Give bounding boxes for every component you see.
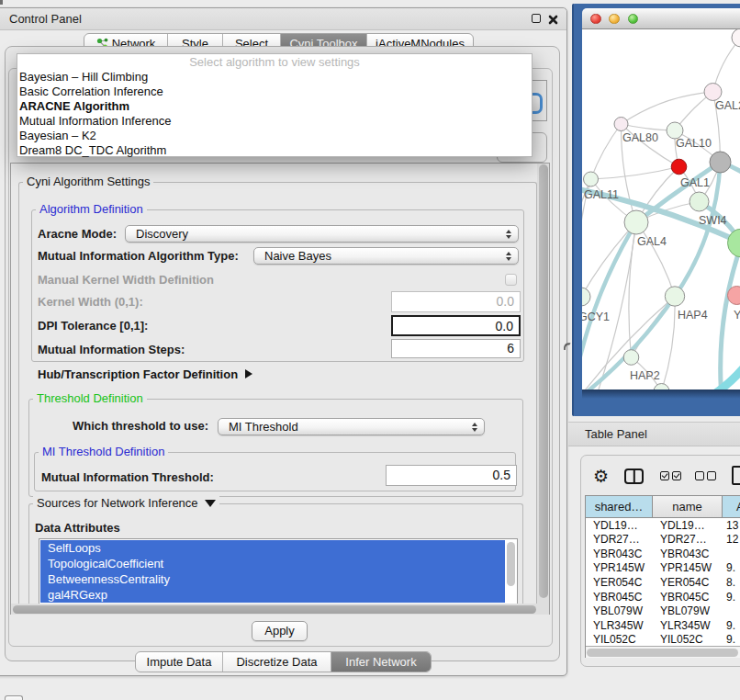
node-gray[interactable] xyxy=(710,152,731,173)
dropdown-item-bayesian-k2[interactable]: Bayesian – K2 xyxy=(17,129,532,143)
tab-discretize-data[interactable]: Discretize Data xyxy=(222,652,331,672)
field-5[interactable]: 6 xyxy=(391,339,521,358)
data-attributes-list[interactable]: SelfLoopsTopologicalCoefficientBetweenne… xyxy=(39,538,518,614)
table-row-0[interactable]: YDL19…YDL19…13 xyxy=(586,519,740,534)
combo-0[interactable]: Discovery xyxy=(125,225,519,243)
node-gal1[interactable] xyxy=(671,159,687,175)
edge-gal80-gal11[interactable] xyxy=(591,124,622,179)
vertical-scrollbar-thumb[interactable] xyxy=(539,164,548,598)
control-panel-title: Control Panel xyxy=(9,8,82,30)
cell: 8. xyxy=(723,576,740,591)
attribute-item-topologicalcoefficient[interactable]: TopologicalCoefficient xyxy=(40,556,505,571)
tab-impute-data[interactable]: Impute Data xyxy=(136,652,222,672)
group-title-algorithm-definition: Algorithm Definition xyxy=(36,202,147,217)
attributes-list-scrollbar[interactable] xyxy=(507,542,515,586)
table-row-2[interactable]: YBR043CYBR043C xyxy=(586,548,740,562)
node-hap4[interactable] xyxy=(665,286,684,305)
node-hap2[interactable] xyxy=(623,349,639,365)
attribute-item-selfloops[interactable]: SelfLoops xyxy=(40,540,505,556)
mi-threshold-field[interactable]: 0.5 xyxy=(386,465,517,486)
attribute-item-betweennesscentrality[interactable]: BetweennessCentrality xyxy=(40,571,505,587)
field-4[interactable]: 0.0 xyxy=(391,315,521,336)
dropdown-item-dream8-dc-tdc-algorithm[interactable]: Dream8 DC_TDC Algorithm xyxy=(17,143,532,158)
column-header-shared…[interactable]: shared… xyxy=(586,496,653,517)
gear-icon[interactable]: ⚙ xyxy=(593,468,609,485)
node-label-gal80: GAL80 xyxy=(622,131,658,144)
table-row-1[interactable]: YDR27…YDR27…12 xyxy=(586,533,740,548)
node-top-right[interactable] xyxy=(732,29,740,47)
column-header-Av[interactable]: Av xyxy=(723,496,740,517)
settings-vertical-scrollbar[interactable] xyxy=(537,164,549,614)
apply-button[interactable]: Apply xyxy=(252,621,308,641)
edge-gal4-hap4[interactable] xyxy=(636,222,675,297)
network-view-window: GAL2GAL80GAL10GAL1GAL11SWI4GAL4GCY1HAP4Y… xyxy=(572,4,740,416)
dropdown-item-mutual-information-inference[interactable]: Mutual Information Inference xyxy=(17,114,532,129)
table-panel-titlebar[interactable]: Table Panel xyxy=(568,422,740,446)
node-gal80[interactable] xyxy=(614,117,628,130)
node-gal4[interactable] xyxy=(624,210,648,234)
network-canvas[interactable]: GAL2GAL80GAL10GAL1GAL11SWI4GAL4GCY1HAP4Y… xyxy=(582,29,740,390)
close-icon[interactable] xyxy=(548,15,558,25)
combo-1[interactable]: Naive Bayes xyxy=(253,247,519,265)
select-all-columns-icon[interactable] xyxy=(660,471,681,480)
node-gal11[interactable] xyxy=(584,172,599,186)
split-view-icon[interactable] xyxy=(624,469,644,484)
dropdown-item-bayesian-hill-climbing[interactable]: Bayesian – Hill Climbing xyxy=(17,70,532,85)
which-threshold-combobox[interactable]: MI Threshold xyxy=(218,418,485,435)
cell: 9. xyxy=(723,591,740,605)
network-window-titlebar[interactable] xyxy=(582,8,740,29)
settings-content: Cyni Algorithm Settings Algorithm Defini… xyxy=(11,164,536,615)
table-row-5[interactable]: YBR045CYBR045C9. xyxy=(586,591,740,605)
cell: YER054C xyxy=(653,576,723,591)
sources-toggle[interactable]: Sources for Network Inference xyxy=(33,496,219,511)
edge-vC1-vC2[interactable] xyxy=(709,358,740,390)
table-row-6[interactable]: YBL079WYBL079W xyxy=(586,604,740,619)
hub-factor-definition-label: Hub/Transcription Factor Definition xyxy=(38,367,238,381)
cell: YDR27… xyxy=(586,533,653,548)
group-algorithm-definition: Algorithm Definition Aracne Mode:Discove… xyxy=(31,209,524,362)
node-swi4[interactable] xyxy=(690,192,709,211)
which-threshold-value: MI Threshold xyxy=(229,419,298,435)
cell: 9. xyxy=(723,619,740,634)
float-window-icon[interactable] xyxy=(532,14,541,23)
manual-kernel-width-checkbox[interactable] xyxy=(505,274,517,286)
table-row-4[interactable]: YER054CYER054C8. xyxy=(586,576,740,591)
table-row-7[interactable]: YLR345WYLR345W9. xyxy=(586,619,740,634)
zoom-traffic-light[interactable] xyxy=(628,14,639,25)
control-panel-titlebar[interactable]: Control Panel xyxy=(0,8,566,30)
window-frame-edge xyxy=(572,4,574,416)
desktop: { "control_panel": { "title": "Control P… xyxy=(0,0,740,700)
combo-arrows-icon xyxy=(506,230,511,239)
attribute-item-gal4rgexp[interactable]: gal4RGexp xyxy=(40,587,505,603)
node-table: shared…nameAv YDL19…YDL19…13YDR27…YDR27…… xyxy=(585,495,740,658)
minimized-window-icon[interactable] xyxy=(5,695,23,700)
settings-horizontal-scrollbar[interactable] xyxy=(11,604,549,615)
column-header-name[interactable]: name xyxy=(653,496,723,517)
edge-gal80-gal2[interactable] xyxy=(622,92,713,124)
unselect-all-columns-icon[interactable] xyxy=(695,471,716,480)
edge-gal4-hap2[interactable] xyxy=(629,222,636,357)
cell: 9. xyxy=(723,561,740,576)
tab-infer-network[interactable]: Infer Network xyxy=(331,652,431,672)
cell: YPR145W xyxy=(653,561,723,576)
table-row-3[interactable]: YPR145WYPR145W9. xyxy=(586,561,740,576)
hub-factor-definition-toggle[interactable]: Hub/Transcription Factor Definition xyxy=(38,367,252,381)
minimize-traffic-light[interactable] xyxy=(609,14,620,25)
node-big-green[interactable] xyxy=(728,229,740,257)
field-3[interactable]: 0.0 xyxy=(391,291,521,312)
setting-label-2: Manual Kernel Width Definition xyxy=(38,273,214,287)
horizontal-scrollbar-thumb[interactable] xyxy=(13,605,536,614)
dropdown-item-basic-correlation-inference[interactable]: Basic Correlation Inference xyxy=(17,85,532,99)
combo-arrows-icon xyxy=(506,252,511,261)
edge-gal1-gal11[interactable] xyxy=(591,166,679,179)
node-label-gal4: GAL4 xyxy=(637,235,667,248)
combo-value: Discovery xyxy=(136,226,188,243)
table-horizontal-scrollbar[interactable] xyxy=(586,646,740,658)
table-hscroll-thumb[interactable] xyxy=(587,649,738,657)
node-gal2[interactable] xyxy=(704,83,722,100)
close-traffic-light[interactable] xyxy=(590,14,601,25)
document-icon[interactable] xyxy=(732,466,740,485)
screen-corner-artifact xyxy=(0,0,3,5)
dropdown-item-aracne-algorithm[interactable]: ARACNE Algorithm xyxy=(17,99,532,114)
node-gcy1[interactable] xyxy=(582,288,590,306)
